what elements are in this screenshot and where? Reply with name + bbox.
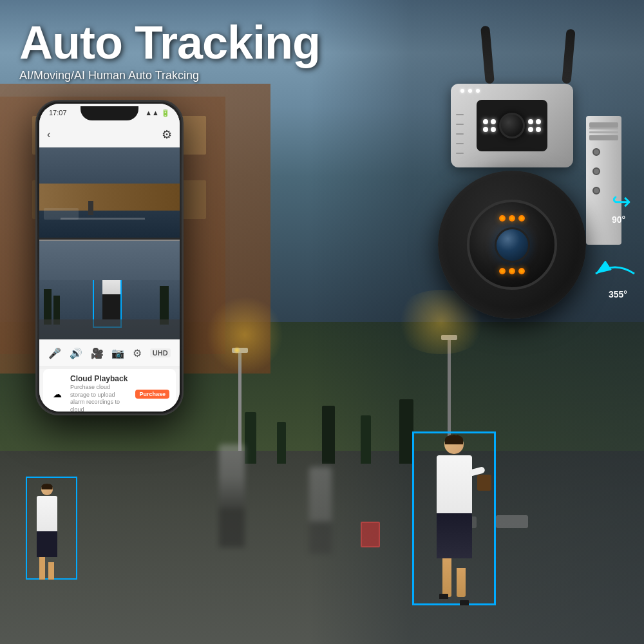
led-tl-4 [491, 127, 496, 132]
tree-bg-3 [322, 406, 335, 464]
top-lens-housing [477, 100, 547, 151]
small-person-leg-r [39, 557, 45, 580]
dome-led-b1 [499, 268, 506, 274]
large-person-hair [445, 435, 463, 444]
feed-ramp [44, 208, 79, 220]
dome-leds-bottom [499, 268, 525, 274]
bracket-screw-2 [592, 167, 600, 175]
tracked-person-small [29, 484, 64, 580]
feed-sky [39, 147, 180, 184]
phone-mockup: 17:07 ▲▲ 🔋 ‹ ⚙ [35, 100, 184, 415]
small-person-body [37, 496, 57, 531]
dome-leds-top [499, 215, 525, 222]
speaker-icon[interactable]: 🔊 [70, 347, 82, 359]
gear-icon[interactable]: ⚙ [133, 347, 142, 359]
dome-led-t2 [509, 215, 515, 222]
led-tr-1 [528, 119, 533, 124]
camera-top-body [451, 84, 573, 167]
quality-badge: UHD [150, 348, 171, 357]
large-person-skirt [437, 513, 472, 558]
camera-feed-bottom [39, 240, 180, 339]
settings-icon[interactable]: ⚙ [162, 128, 172, 142]
phone-body: 17:07 ▲▲ 🔋 ‹ ⚙ [35, 100, 184, 415]
rotation-90-indicator: ↩ 90° [612, 190, 631, 225]
record-icon[interactable]: 🎥 [91, 347, 104, 359]
subtitle: AI/Moving/AI Human Auto Trakcing [19, 69, 320, 82]
large-person-shoes [425, 594, 483, 605]
led-tr-2 [536, 119, 541, 124]
mic-icon[interactable]: 🎤 [48, 347, 61, 359]
led-tr-4 [536, 127, 541, 132]
bg-walker-2 [309, 467, 332, 554]
large-person-leg-r [442, 558, 451, 597]
phone-controls: 🎤 🔊 🎥 📷 ⚙ UHD [39, 339, 180, 366]
dome-main-lens [495, 227, 530, 263]
cloud-icon: ☁ [50, 386, 65, 402]
dome-led-t1 [499, 215, 506, 222]
small-person-figure [29, 484, 64, 580]
menu-item-cloud-text: Cloud Playback Purchase cloud storage to… [70, 374, 130, 412]
large-person-legs [425, 558, 483, 597]
led-tl-1 [483, 119, 488, 124]
top-left-leds [483, 119, 496, 132]
camera-feed-top [39, 147, 180, 238]
cloud-playback-desc: Purchase cloud storage to upload alarm r… [70, 384, 130, 412]
phone-time: 17:07 [49, 109, 67, 117]
bg-walker-1 [219, 444, 245, 547]
tree-bg-2 [277, 422, 286, 464]
rotation-355-indicator: 355° [589, 258, 641, 299]
small-person-hair [41, 484, 52, 489]
back-button[interactable]: ‹ [47, 129, 50, 140]
large-person-leg-l [457, 568, 466, 597]
large-person-body [437, 455, 472, 513]
large-person-figure [425, 435, 483, 605]
feed-sky-bottom [39, 241, 180, 280]
led-tr-3 [528, 127, 533, 132]
tree-bg-1 [245, 412, 256, 464]
phone-status-icons: ▲▲ 🔋 [145, 109, 170, 117]
road-sign [361, 522, 380, 547]
rotation-355-arrow [589, 258, 641, 290]
dome-lens-housing [467, 200, 557, 290]
bracket-screw-3 [592, 187, 600, 194]
dome-led-b2 [509, 268, 515, 274]
feed-tree-3 [160, 286, 169, 325]
small-person-legs [29, 557, 64, 580]
feed-person-small [88, 201, 93, 215]
camera-device: ↩ 90° 355° [419, 64, 625, 374]
phone-top-bar: ‹ ⚙ [39, 122, 180, 147]
menu-item-cloud[interactable]: ☁ Cloud Playback Purchase cloud storage … [43, 369, 176, 412]
top-right-leds [528, 119, 541, 132]
feed-divider [39, 238, 180, 240]
phone-menu: ☁ Cloud Playback Purchase cloud storage … [39, 369, 180, 412]
dome-led-b3 [518, 268, 525, 274]
main-title: Auto Tracking [19, 19, 320, 66]
small-person-skirt [37, 531, 57, 557]
tree-bg-5 [399, 399, 413, 464]
wall-bracket [586, 116, 621, 245]
camera-ptz-dome [438, 171, 586, 319]
rotation-90-label: 90° [612, 214, 631, 225]
led-tl-3 [483, 127, 488, 132]
rotation-355-label: 355° [609, 289, 641, 299]
phone-screen: 17:07 ▲▲ 🔋 ‹ ⚙ [39, 104, 180, 412]
top-body-leds [460, 89, 480, 93]
bg-car-1 [496, 515, 528, 528]
feed-road [39, 319, 180, 339]
bracket-vents [589, 126, 618, 139]
tree-bg-4 [361, 415, 371, 464]
small-person-leg-l [48, 562, 54, 580]
phone-notch [80, 106, 138, 120]
led-tl-2 [491, 119, 496, 124]
large-person-bag [477, 475, 491, 491]
dome-led-t3 [518, 215, 525, 222]
cam-vents-left [456, 109, 464, 158]
title-area: Auto Tracking AI/Moving/AI Human Auto Tr… [19, 19, 320, 82]
tracked-person-large [425, 435, 483, 605]
bracket-screw-1 [592, 148, 600, 156]
cloud-playback-title: Cloud Playback [70, 374, 130, 383]
snapshot-icon[interactable]: 📷 [111, 347, 124, 359]
top-camera-lens [499, 113, 525, 138]
light-glow-1 [206, 296, 283, 374]
purchase-button[interactable]: Purchase [135, 390, 169, 399]
